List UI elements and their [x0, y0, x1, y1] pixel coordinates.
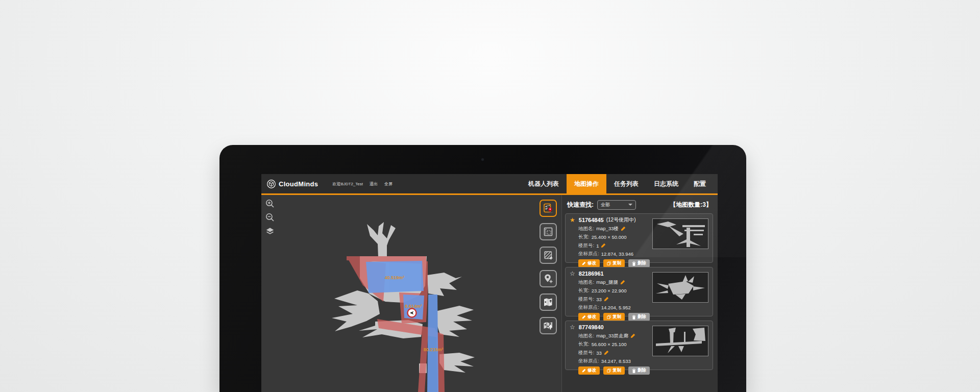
edit-pencil-icon[interactable] [630, 333, 635, 338]
delete-map-button[interactable]: 删除 [628, 313, 650, 321]
star-icon[interactable]: ☆ [570, 270, 575, 277]
edit-map-button[interactable]: 修改 [578, 366, 600, 375]
map-thumbnail [652, 272, 708, 303]
tool-add-point[interactable] [540, 270, 557, 287]
webcam-dot [481, 158, 484, 161]
delete-map-button[interactable]: 删除 [628, 366, 650, 375]
map-size: 56.600 × 25.100 [592, 341, 627, 347]
nav-task-list[interactable]: 任务列表 [606, 174, 646, 193]
field-label: 地图名: [578, 226, 594, 232]
map-list-panel: 快速查找: 全部 【地图数量:3】 ★ 51764845 (12号使用中) [561, 195, 718, 392]
session-bar: 欢迎BJDT2_Test 退出 全屏 [332, 174, 393, 193]
tool-add-restricted-area[interactable] [540, 247, 557, 264]
edit-pencil-icon[interactable] [620, 280, 625, 285]
tool-map-marker[interactable] [540, 293, 557, 311]
nav-log-system[interactable]: 日志系统 [646, 174, 686, 193]
edit-pencil-icon[interactable] [601, 243, 606, 248]
layers-icon[interactable] [265, 227, 275, 236]
nav-robot-list[interactable]: 机器人列表 [521, 174, 567, 193]
measure-region-icon [543, 226, 554, 237]
add-restricted-area-icon [543, 250, 554, 261]
task-point-list-icon [543, 203, 554, 214]
field-label: 长宽: [578, 287, 590, 294]
map-card: ☆ 87749840 地图名:map_33层走廊 长宽:56.600 × 25.… [565, 321, 713, 370]
map-name: map_33层走廊 [596, 333, 628, 339]
tool-measure-region[interactable] [540, 223, 557, 240]
pencil-icon [582, 261, 586, 265]
star-icon[interactable]: ★ [570, 216, 575, 224]
map-floor: 33 [596, 350, 602, 356]
copy-map-button[interactable]: 复制 [603, 313, 625, 321]
canvas-tools [265, 199, 275, 236]
map-name: map_腿腿 [596, 279, 618, 286]
field-label: 楼层号: [578, 242, 594, 249]
copy-icon [607, 369, 611, 373]
brand-name: CloudMinds [279, 180, 318, 188]
area-label-1: 40.519m² [385, 275, 405, 280]
map-marker-icon [543, 297, 554, 308]
fullscreen-link[interactable]: 全屏 [384, 181, 393, 187]
area-label-2: 8.614m² [405, 304, 422, 309]
map-origin: 12.874, 33.946 [601, 251, 633, 257]
tool-upload-map[interactable] [540, 317, 557, 334]
edit-pencil-icon[interactable] [604, 297, 609, 302]
chevron-down-icon [628, 204, 632, 206]
field-label: 坐标原点: [578, 304, 599, 311]
robot-position-marker[interactable] [408, 309, 416, 317]
map-origin: 14.204, 5.952 [601, 305, 631, 310]
map-name: map_33楼 [596, 226, 619, 232]
delete-map-button[interactable]: 删除 [628, 259, 650, 267]
edit-pencil-icon[interactable] [621, 226, 626, 231]
welcome-text: 欢迎BJDT2_Test [332, 181, 363, 187]
map-card: ★ 51764845 (12号使用中) 地图名:map_33楼 长宽:25.40… [565, 213, 713, 263]
brand: CloudMinds [261, 174, 318, 193]
map-thumbnail [652, 326, 708, 356]
nav-map-operations[interactable]: 地图操作 [567, 174, 606, 193]
copy-map-button[interactable]: 复制 [603, 366, 625, 375]
map-size: 23.200 × 22.900 [592, 288, 627, 293]
main-area: 40.519m² 8.614m² 80.215m² [261, 195, 718, 392]
map-toolbar [535, 195, 561, 392]
quick-search-row: 快速查找: 全部 【地图数量:3】 [567, 199, 712, 210]
nav-config[interactable]: 配置 [686, 174, 714, 193]
logout-link[interactable]: 退出 [370, 181, 378, 187]
trash-icon [632, 261, 636, 266]
pencil-icon [582, 369, 586, 373]
copy-icon [607, 261, 611, 265]
map-floor: 1 [596, 243, 599, 249]
field-label: 地图名: [578, 279, 594, 286]
trash-icon [632, 369, 636, 373]
edit-map-button[interactable]: 修改 [578, 313, 600, 321]
edit-pencil-icon[interactable] [604, 350, 609, 355]
field-label: 长宽: [578, 341, 590, 348]
field-label: 坐标原点: [578, 251, 599, 257]
copy-icon [607, 315, 611, 319]
map-status: (12号使用中) [606, 216, 636, 224]
app-screen: CloudMinds 欢迎BJDT2_Test 退出 全屏 机器人列表 地图操作… [261, 174, 718, 392]
edit-map-button[interactable]: 修改 [578, 259, 600, 267]
map-thumbnail [652, 218, 708, 249]
upload-map-icon [543, 320, 554, 331]
map-filter-select[interactable]: 全部 [597, 200, 636, 210]
map-id: 51764845 [579, 217, 604, 223]
tool-task-point-list[interactable] [540, 200, 557, 217]
trash-icon [632, 315, 636, 320]
map-thumbnail-image [653, 326, 708, 356]
zoom-out-icon[interactable] [265, 213, 275, 222]
laptop-mockup: CloudMinds 欢迎BJDT2_Test 退出 全屏 机器人列表 地图操作… [219, 145, 746, 392]
map-card: ☆ 82186961 地图名:map_腿腿 长宽:23.200 × 22.900… [565, 267, 713, 316]
field-label: 楼层号: [578, 296, 594, 303]
add-point-icon [543, 273, 554, 284]
field-label: 地图名: [578, 333, 594, 339]
cloudminds-logo-icon [267, 180, 276, 188]
copy-map-button[interactable]: 复制 [603, 259, 625, 267]
map-canvas[interactable]: 40.519m² 8.614m² 80.215m² [261, 195, 535, 392]
zoom-in-icon[interactable] [265, 199, 275, 208]
app-header: CloudMinds 欢迎BJDT2_Test 退出 全屏 机器人列表 地图操作… [261, 174, 718, 195]
map-floor: 33 [596, 297, 602, 302]
slam-map: 40.519m² 8.614m² 80.215m² [261, 195, 535, 392]
quick-search-label: 快速查找: [567, 201, 594, 209]
star-icon[interactable]: ☆ [570, 324, 575, 331]
main-nav: 机器人列表 地图操作 任务列表 日志系统 配置 [521, 174, 718, 193]
map-filter-value: 全部 [601, 202, 628, 208]
